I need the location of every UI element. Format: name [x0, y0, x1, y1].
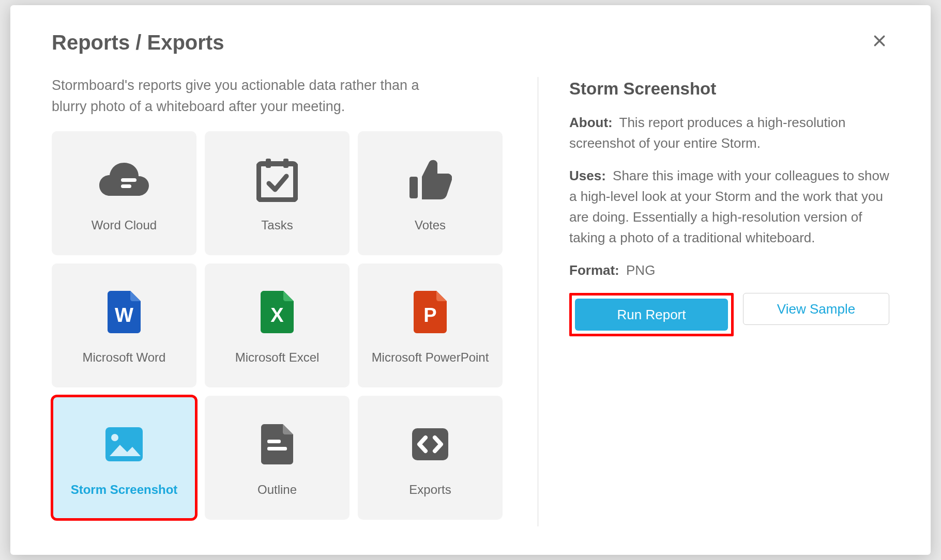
code-icon: [411, 418, 449, 470]
tile-label: Outline: [257, 483, 297, 497]
tile-tasks[interactable]: Tasks: [205, 131, 350, 255]
tile-word-cloud[interactable]: Word Cloud: [52, 131, 196, 255]
close-icon: [872, 33, 887, 49]
svg-rect-2: [259, 164, 296, 200]
svg-text:W: W: [115, 304, 133, 326]
detail-format: Format: PNG: [569, 260, 889, 281]
thumbs-up-icon: [408, 154, 452, 206]
powerpoint-file-icon: P: [414, 286, 447, 338]
svg-rect-11: [267, 440, 281, 443]
close-button[interactable]: [870, 31, 889, 51]
view-sample-button[interactable]: View Sample: [743, 293, 889, 325]
svg-rect-0: [121, 178, 136, 182]
tile-storm-screenshot[interactable]: Storm Screenshot: [52, 396, 196, 520]
svg-point-10: [111, 434, 118, 441]
tile-label: Exports: [409, 483, 451, 497]
intro-text: Stormboard's reports give you actionable…: [52, 75, 450, 117]
modal-header: Reports / Exports: [52, 31, 889, 54]
format-value: PNG: [626, 262, 655, 278]
about-label: About:: [569, 115, 613, 130]
uses-label: Uses:: [569, 168, 606, 183]
detail-about: About: This report produces a high-resol…: [569, 112, 889, 154]
tile-outline[interactable]: Outline: [205, 396, 350, 520]
vertical-divider: [538, 77, 538, 526]
tile-microsoft-powerpoint[interactable]: P Microsoft PowerPoint: [358, 263, 503, 387]
svg-rect-1: [121, 184, 131, 188]
svg-rect-9: [105, 427, 143, 461]
reports-exports-modal: Reports / Exports Stormboard's reports g…: [10, 5, 931, 555]
svg-text:P: P: [423, 304, 436, 326]
svg-rect-4: [283, 159, 289, 168]
report-detail-pane: Storm Screenshot About: This report prod…: [569, 75, 889, 534]
tile-label: Votes: [415, 218, 446, 232]
tile-label: Microsoft PowerPoint: [372, 350, 489, 365]
tile-votes[interactable]: Votes: [358, 131, 503, 255]
modal-title: Reports / Exports: [52, 31, 224, 54]
uses-text: Share this image with your colleagues to…: [569, 168, 889, 246]
svg-rect-5: [409, 177, 418, 198]
tile-label: Microsoft Word: [83, 350, 166, 365]
run-report-button[interactable]: Run Report: [575, 299, 728, 331]
detail-uses: Uses: Share this image with your colleag…: [569, 165, 889, 248]
svg-rect-12: [267, 447, 287, 450]
excel-file-icon: X: [261, 286, 294, 338]
report-tile-grid: Word Cloud Tasks Votes W: [52, 131, 507, 520]
calendar-check-icon: [256, 154, 298, 206]
cloud-icon: [99, 154, 149, 206]
detail-title: Storm Screenshot: [569, 79, 889, 99]
document-icon: [261, 418, 293, 470]
tile-label: Word Cloud: [92, 218, 157, 232]
tile-label: Microsoft Excel: [235, 350, 320, 365]
svg-text:X: X: [270, 304, 284, 326]
tile-label: Storm Screenshot: [71, 483, 178, 497]
tile-label: Tasks: [261, 218, 293, 232]
report-options-pane: Stormboard's reports give you actionable…: [52, 75, 507, 534]
image-icon: [104, 418, 144, 470]
run-report-highlight: Run Report: [569, 293, 734, 336]
word-file-icon: W: [108, 286, 141, 338]
tile-exports[interactable]: Exports: [358, 396, 503, 520]
format-label: Format:: [569, 262, 619, 278]
svg-rect-3: [266, 159, 271, 168]
tile-microsoft-word[interactable]: W Microsoft Word: [52, 263, 196, 387]
tile-microsoft-excel[interactable]: X Microsoft Excel: [205, 263, 350, 387]
